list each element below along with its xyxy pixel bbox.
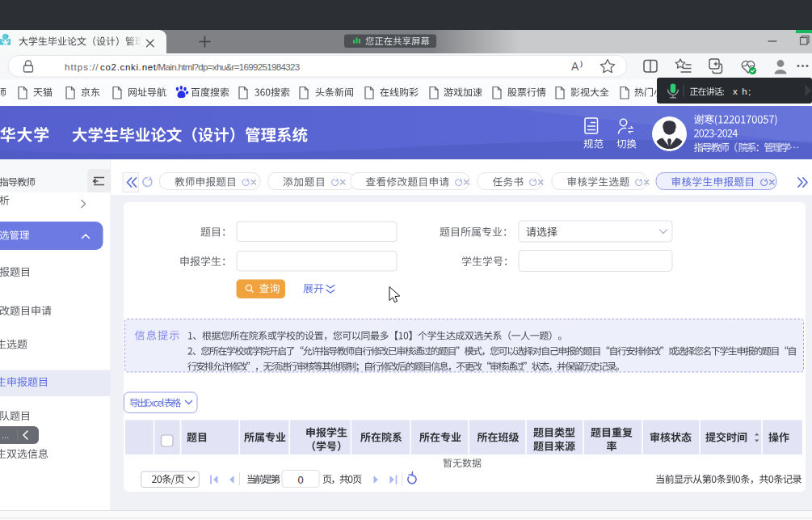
svg-text:co2.cnki.net: co2.cnki.net (100, 62, 157, 72)
svg-text:https://: https:// (65, 62, 99, 72)
svg-text:/Main.html?dp=xhu&r=1699251984: /Main.html?dp=xhu&r=1699251984323 (156, 62, 300, 72)
svg-text:x h;: x h; (733, 87, 751, 96)
svg-text:0: 0 (297, 474, 303, 486)
svg-text:A: A (571, 60, 579, 73)
